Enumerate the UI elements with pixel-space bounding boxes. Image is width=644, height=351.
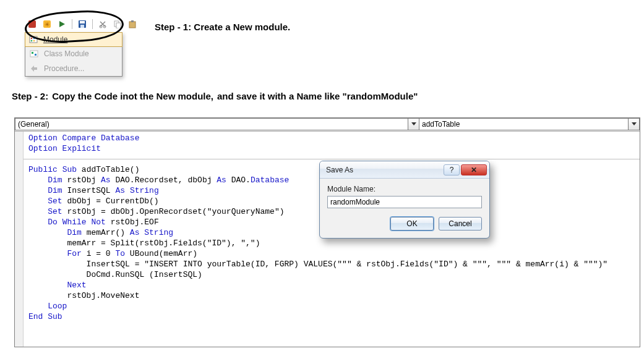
svg-rect-10 [116, 23, 121, 28]
module-icon [28, 35, 38, 44]
dialog-titlebar[interactable]: Save As ? ✕ [320, 161, 489, 179]
procedure-dropdown-value: addToTable [422, 120, 460, 129]
object-dropdown-value: (General) [18, 120, 49, 129]
menu-item-label: Procedure... [44, 64, 118, 73]
svg-point-17 [33, 40, 35, 42]
svg-text:✳: ✳ [45, 21, 49, 28]
menu-item-label: Class Module [44, 49, 118, 58]
help-button[interactable]: ? [444, 164, 460, 176]
step-1-text: Step - 1: Create a New module. [155, 22, 290, 32]
svg-rect-11 [129, 22, 135, 28]
svg-rect-0 [28, 20, 36, 28]
chevron-down-icon [408, 119, 419, 130]
step-2-part-a: Copy the Code inot the New module, [52, 91, 213, 101]
close-button[interactable]: ✕ [461, 164, 487, 176]
help-icon: ? [450, 166, 454, 174]
break-icon[interactable]: ✳ [41, 18, 53, 30]
dialog-title-text: Save As [326, 166, 353, 174]
svg-rect-5 [80, 21, 85, 23]
svg-rect-18 [30, 51, 38, 57]
procedure-icon [29, 64, 39, 74]
svg-point-14 [31, 38, 33, 40]
svg-marker-3 [59, 21, 65, 27]
svg-marker-21 [411, 122, 416, 125]
svg-rect-19 [32, 52, 33, 54]
toolbar: ✳ [26, 17, 139, 32]
step-2-part-b: and save it with a Name like "randomModu… [217, 91, 418, 101]
menu-item-class-module[interactable]: Class Module [25, 46, 122, 61]
svg-rect-13 [30, 36, 37, 43]
step-2-text: Step - 2: Copy the Code inot the New mod… [12, 91, 418, 101]
menu-item-procedure[interactable]: Procedure... [25, 61, 122, 76]
ok-button[interactable]: OK [390, 217, 434, 230]
chevron-down-icon [628, 119, 639, 130]
insert-menu: Module Class Module Procedure... [25, 32, 122, 77]
svg-point-16 [31, 40, 33, 42]
svg-rect-20 [35, 54, 36, 56]
app-icon[interactable] [26, 18, 38, 30]
cut-icon[interactable] [97, 18, 109, 30]
save-icon[interactable] [76, 18, 88, 30]
breakpoint-gutter[interactable] [15, 132, 24, 347]
menu-item-module[interactable]: Module [25, 32, 122, 47]
menu-item-label: Module [43, 35, 119, 44]
save-as-dialog: Save As ? ✕ Module Name: OK Cancel [319, 161, 490, 239]
editor-dropdown-bar: (General) addToTable [15, 118, 640, 132]
svg-rect-6 [80, 25, 84, 28]
procedure-dropdown[interactable]: addToTable [419, 118, 640, 130]
paste-icon[interactable] [126, 18, 139, 30]
module-name-input[interactable] [327, 196, 482, 208]
step-2-prefix: Step - 2: [12, 91, 48, 101]
svg-rect-12 [131, 20, 134, 22]
close-icon: ✕ [471, 166, 477, 174]
module-name-label: Module Name: [327, 185, 482, 193]
cancel-button[interactable]: Cancel [439, 217, 482, 230]
object-dropdown[interactable]: (General) [15, 118, 419, 130]
copy-icon[interactable] [111, 18, 124, 30]
svg-marker-22 [632, 122, 637, 125]
class-module-icon [29, 49, 39, 59]
macro-icon[interactable] [56, 18, 68, 30]
svg-point-15 [33, 38, 35, 40]
